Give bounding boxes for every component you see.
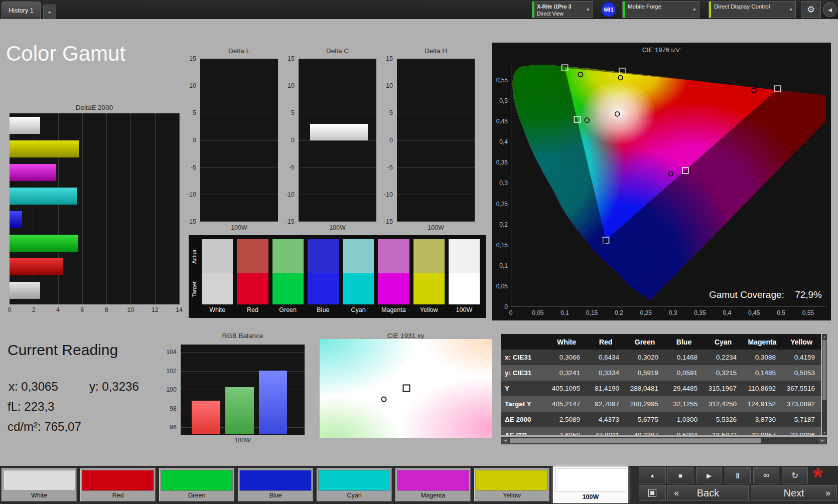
- patch-button-yellow[interactable]: Yellow: [474, 468, 549, 501]
- table-cell: 0,3334: [586, 369, 625, 377]
- patch-button-blue[interactable]: Blue: [238, 468, 313, 501]
- swatch-column-white: White: [202, 239, 233, 315]
- repeat-button[interactable]: ↻: [782, 467, 808, 483]
- delta-l-title: Delta L: [200, 47, 278, 55]
- patch-button-white[interactable]: White: [2, 468, 77, 501]
- collapse-panel-button[interactable]: ◀: [823, 2, 837, 17]
- table-horizontal-scrollbar[interactable]: ◄ ►: [501, 437, 827, 444]
- target-swatch: [449, 273, 480, 304]
- swatch-label: Blue: [308, 304, 339, 315]
- delta-l-y-tick: -15: [187, 218, 196, 225]
- table-cell: 18,5872: [704, 431, 743, 435]
- deltae-x-tick: 12: [152, 306, 159, 313]
- rgb-balance-chart: [181, 345, 305, 435]
- deltae-x-tick: 2: [32, 306, 36, 313]
- delta-c-y-tick: -15: [286, 218, 295, 225]
- patch-button-red[interactable]: Red: [80, 468, 156, 501]
- table-cell: 0,3020: [625, 354, 664, 361]
- deltae-gridline: [106, 113, 107, 304]
- patch-label: Magenta: [397, 491, 469, 499]
- patch-color-swatch: [82, 470, 154, 491]
- patch-button-cyan[interactable]: Cyan: [317, 468, 392, 501]
- vertical-scroll-thumb[interactable]: [822, 340, 826, 400]
- chromaticity-diagram: [511, 61, 826, 307]
- cie1976-y-axis: 0,550,50,450,40,350,30,250,20,150,10,050: [493, 61, 509, 307]
- table-cell: 5,6775: [625, 416, 664, 423]
- table-cell: 110,8692: [743, 385, 782, 392]
- pattern-window-button[interactable]: [639, 485, 666, 501]
- deltae-gridline: [155, 113, 156, 304]
- table-row: Y405,109581,4190288,048129,4485315,19671…: [501, 381, 821, 396]
- stop-button[interactable]: ■: [667, 467, 693, 483]
- actual-swatch: [449, 239, 480, 273]
- reading-x: x: 0,3065: [9, 380, 58, 394]
- cie1976-panel: CIE 1976 u'v' 0,550,50,450,40,350,30,250…: [492, 43, 831, 320]
- delta-h-gridline: [397, 113, 475, 113]
- next-button[interactable]: Next »: [751, 485, 837, 501]
- reading-fl: fL: 223,3: [8, 400, 54, 414]
- swatch-label: White: [202, 304, 233, 315]
- source-status-accent: [623, 2, 625, 18]
- scroll-down-arrow[interactable]: ▼: [822, 430, 827, 435]
- table-cell: 81,4190: [586, 385, 625, 392]
- cie-y-tick: 0,35: [496, 159, 508, 166]
- patch-button-100w[interactable]: 100W: [553, 466, 628, 503]
- settings-button[interactable]: ⚙: [801, 1, 821, 18]
- patch-color-swatch: [555, 468, 626, 492]
- delta-l-gridline: [200, 86, 278, 86]
- current-reading-title: Current Reading: [8, 342, 118, 359]
- add-tab-button[interactable]: +: [43, 5, 56, 19]
- delta-l-gridline: [200, 59, 278, 59]
- source-dropdown[interactable]: Mobile Forge ▼: [622, 1, 700, 18]
- rgb-balance-y-axis: 1041021009896: [163, 345, 179, 435]
- scroll-right-arrow[interactable]: ►: [818, 438, 826, 444]
- delta-h-gridline: [397, 140, 475, 141]
- cie-y-tick: 0,5: [499, 97, 508, 104]
- table-cell: 315,1967: [704, 385, 743, 392]
- swatch-label: Green: [272, 304, 304, 315]
- actual-row-label: Actual: [191, 239, 197, 273]
- cie-x-tick: 0,1: [561, 309, 569, 316]
- table-cell: 0,3088: [743, 354, 782, 361]
- rgb-y-tick: 104: [166, 349, 177, 356]
- patch-button-green[interactable]: Green: [159, 468, 234, 501]
- deltae-x-axis: 02468101214: [10, 306, 179, 314]
- horizontal-scroll-thumb[interactable]: [510, 438, 761, 443]
- back-button[interactable]: « Back: [667, 485, 749, 501]
- delta-c-bar: [310, 124, 368, 140]
- target-swatch: [343, 273, 374, 304]
- delta-h-title: Delta H: [397, 47, 475, 55]
- cie-x-tick: 0,15: [586, 309, 598, 316]
- deltae-chart-title: DeltaE 2000: [10, 104, 179, 111]
- actual-swatch: [378, 239, 409, 273]
- scroll-left-arrow[interactable]: ◄: [501, 438, 509, 444]
- source-label: Mobile Forge: [628, 4, 661, 10]
- tab-history-1[interactable]: History 1: [2, 2, 41, 19]
- delta-c-y-tick: 10: [288, 82, 295, 89]
- cie1976-plot: [511, 61, 825, 307]
- cie-x-tick: 0,05: [532, 309, 543, 316]
- rgb-balance-x-label: 100W: [181, 437, 305, 444]
- table-row: x: CIE310,30660,64340,30200,14680,22340,…: [501, 350, 821, 365]
- delta-l-y-tick: -5: [191, 164, 196, 171]
- delta-c-x-label: 100W: [299, 224, 376, 231]
- loop-button[interactable]: ∞: [753, 467, 779, 483]
- table-cell: 405,2147: [547, 400, 586, 408]
- table-cell: 0,4159: [782, 354, 821, 361]
- chevron-down-icon: ▼: [586, 8, 590, 12]
- scroll-up-arrow[interactable]: ▲: [822, 334, 827, 339]
- display-control-dropdown[interactable]: Direct Display Control ▼: [709, 1, 796, 18]
- table-cell: 0,2234: [704, 354, 743, 361]
- delta-c-chart: [299, 59, 376, 222]
- gamut-coverage: Gamut Coverage: 72,9%: [709, 289, 822, 300]
- patch-button-magenta[interactable]: Magenta: [395, 468, 471, 501]
- pattern-up-button[interactable]: ▲: [639, 467, 666, 483]
- delta-h-y-tick: -10: [384, 191, 393, 198]
- table-column-header: Red: [586, 338, 625, 346]
- table-cell: 92,7897: [586, 400, 625, 408]
- delta-c-gridline: [299, 86, 376, 86]
- meter-device-dropdown[interactable]: X-Rite i1Pro 3 Direct View ▼: [532, 1, 593, 18]
- pause-button[interactable]: ‖: [725, 467, 751, 483]
- table-vertical-scrollbar[interactable]: ▲ ▼: [822, 334, 827, 435]
- play-button[interactable]: ▶: [696, 467, 722, 483]
